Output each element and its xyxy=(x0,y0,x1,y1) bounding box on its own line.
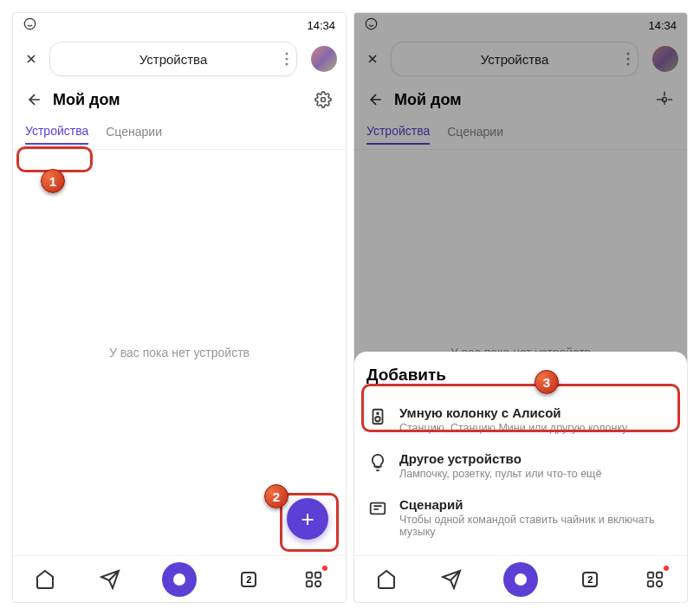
back-arrow-icon[interactable] xyxy=(25,90,44,109)
search-pill[interactable]: Устройства xyxy=(49,42,297,76)
speaker-icon xyxy=(366,405,389,428)
nav-tabs-icon[interactable]: 2 xyxy=(578,567,602,592)
nav-alice-button[interactable] xyxy=(162,562,197,597)
svg-point-23 xyxy=(657,580,662,586)
marker-3: 3 xyxy=(535,370,559,394)
nav-tabs-icon[interactable]: 2 xyxy=(237,567,261,592)
tabs: Устройства Сценарии xyxy=(13,119,346,150)
sheet-item-other[interactable]: Другое устройство Лампочку, розетку, пул… xyxy=(366,443,675,489)
nav-alice-button[interactable] xyxy=(503,562,538,597)
phone-left: 14:34 Устройства Мой дом Устройства Сцен… xyxy=(12,12,347,603)
whatsapp-icon xyxy=(23,17,36,33)
bottom-sheet: Добавить Умную колонку с Алисой Станцию,… xyxy=(354,352,687,555)
svg-point-2 xyxy=(286,58,288,61)
sheet-item-sub: Лампочку, розетку, пульт или что-то ещё xyxy=(399,468,675,480)
svg-rect-7 xyxy=(315,572,321,577)
scenario-icon xyxy=(366,497,389,520)
sheet-item-sub: Чтобы одной командой ставить чайник и вк… xyxy=(399,514,675,538)
bottom-nav: 2 xyxy=(13,555,346,602)
status-time: 14:34 xyxy=(307,19,335,32)
svg-point-17 xyxy=(377,412,379,414)
marker-1: 1 xyxy=(41,169,65,193)
sheet-item-title: Сценарий xyxy=(399,497,675,512)
svg-rect-20 xyxy=(648,572,653,577)
svg-point-1 xyxy=(286,53,288,55)
nav-home-icon[interactable] xyxy=(374,567,399,592)
svg-point-4 xyxy=(321,98,326,102)
svg-rect-6 xyxy=(307,572,312,577)
svg-point-9 xyxy=(315,580,321,586)
sheet-item-speaker[interactable]: Умную колонку с Алисой Станцию, Станцию … xyxy=(366,397,675,443)
svg-rect-22 xyxy=(648,580,653,586)
bottom-nav: 2 xyxy=(354,555,687,602)
sheet-title: Добавить xyxy=(366,366,675,385)
home-header: Мой дом xyxy=(13,81,346,119)
tab-devices[interactable]: Устройства xyxy=(25,124,88,145)
avatar[interactable] xyxy=(311,46,337,72)
fab-add-button[interactable]: + xyxy=(287,498,328,540)
svg-point-0 xyxy=(24,18,36,29)
plus-icon: + xyxy=(301,506,314,533)
nav-more-icon[interactable] xyxy=(301,567,326,592)
sheet-item-sub: Станцию, Станцию Мини или другую колонку xyxy=(399,422,675,434)
gear-icon[interactable] xyxy=(313,89,334,110)
svg-point-3 xyxy=(286,63,288,66)
nav-send-icon[interactable] xyxy=(439,567,463,592)
page-title: Мой дом xyxy=(53,91,304,109)
svg-point-16 xyxy=(375,417,380,422)
sheet-item-title: Другое устройство xyxy=(399,451,675,466)
svg-rect-21 xyxy=(657,572,662,577)
nav-send-icon[interactable] xyxy=(98,567,122,592)
nav-more-icon[interactable] xyxy=(643,567,667,592)
bulb-icon xyxy=(366,451,389,474)
status-bar: 14:34 xyxy=(13,13,346,37)
nav-home-icon[interactable] xyxy=(33,567,57,592)
marker-2: 2 xyxy=(264,484,288,508)
sheet-item-title: Умную колонку с Алисой xyxy=(399,405,675,420)
appbar-title: Устройства xyxy=(139,52,207,67)
kebab-icon[interactable] xyxy=(278,52,295,66)
sheet-item-scenario[interactable]: Сценарий Чтобы одной командой ставить ча… xyxy=(366,489,675,547)
phone-right: 14:34 Устройства Мой дом Устройства Сцен… xyxy=(353,12,688,603)
app-bar: Устройства xyxy=(13,37,346,81)
tab-scenarios[interactable]: Сценарии xyxy=(106,125,162,144)
close-icon[interactable] xyxy=(22,49,41,68)
svg-rect-8 xyxy=(307,580,312,586)
empty-state: У вас пока нет устройств xyxy=(13,150,346,555)
